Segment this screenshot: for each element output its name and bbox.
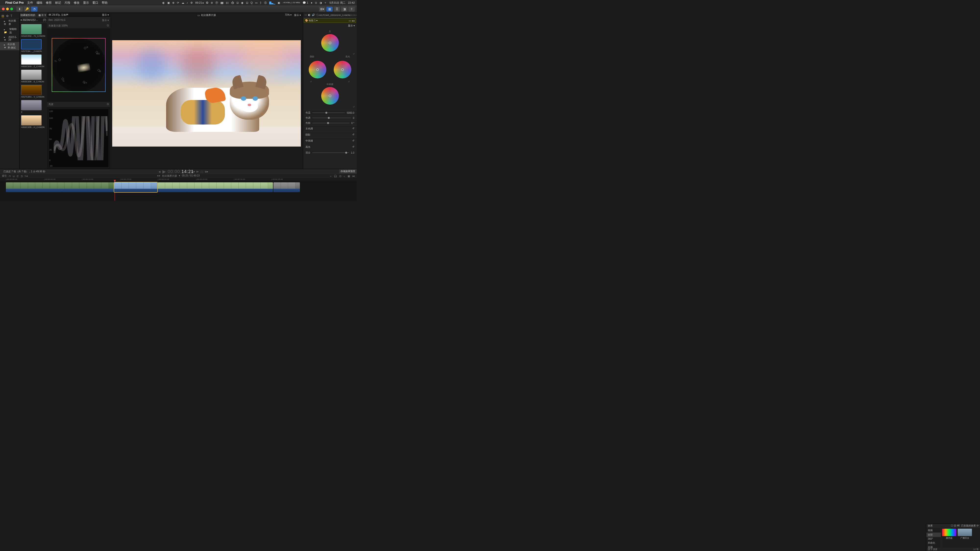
timeline-clip[interactable]: A003C938_220104I6_CANON: [274, 182, 300, 192]
color-wheel-shadows[interactable]: [309, 61, 326, 78]
color-wheel-midtones[interactable]: [321, 87, 339, 105]
browser-filter[interactable]: 隐藏被拒绝的: [21, 13, 35, 17]
window-minimize-button[interactable]: [6, 8, 9, 10]
timeline-ruler[interactable]: | 00:00:00:00| 00:00:05:00| 00:00:10:00|…: [0, 178, 357, 181]
color-wheel-master[interactable]: [321, 34, 339, 52]
section-label[interactable]: 阴影: [305, 133, 310, 137]
param-value[interactable]: 0: [353, 117, 354, 119]
browser-clip-thumbnail[interactable]: [21, 115, 41, 126]
menu-file[interactable]: 文件: [27, 1, 33, 5]
wheel-reset-icon[interactable]: ↺: [348, 80, 350, 83]
param-slider[interactable]: [312, 113, 345, 113]
wheel-reset-icon[interactable]: ↺: [310, 80, 312, 83]
tool-icon[interactable]: ⬚: [200, 170, 203, 173]
section-reset-icon[interactable]: ↺: [352, 127, 354, 131]
wechat-icon[interactable]: 💬 1: [302, 1, 308, 5]
bg-tasks-button[interactable]: ◔: [31, 6, 38, 11]
menubar-time[interactable]: 22:42: [348, 1, 355, 4]
status-icon[interactable]: ▮▮: [221, 1, 223, 5]
viewer-canvas[interactable]: [110, 18, 303, 169]
scope-settings-icon[interactable]: ⊡: [107, 103, 109, 106]
tl-tool-icon[interactable]: ⊓: [9, 175, 11, 177]
status-icon[interactable]: ⚙: [190, 1, 193, 5]
color-corrector-selector[interactable]: 🎨 色轮 1 ▾ ▭ ◂ ▸: [304, 18, 356, 23]
inspector-show-menu[interactable]: 显示 ▾: [303, 24, 357, 28]
timeline-tracks[interactable]: A012C832_2203027J_CANONA017C945_220101HH…: [0, 181, 357, 201]
status-icon[interactable]: Q: [251, 1, 253, 4]
sidebar-event[interactable]: ▸ ★ 2022-5-29: [0, 35, 19, 42]
save-effect-preset-button[interactable]: 存储效果预置: [339, 169, 357, 174]
section-reset-icon[interactable]: ↺: [352, 145, 354, 149]
status-icon[interactable]: ✪: [206, 1, 208, 5]
status-icon[interactable]: ◉: [241, 1, 243, 5]
timeline-timecode[interactable]: ▶ 00:00:14:21: [162, 169, 194, 174]
layout-browser-button[interactable]: ▦: [326, 6, 333, 11]
status-icon[interactable]: Ⓟ: [215, 1, 218, 5]
timeline-history-icon[interactable]: ◂ ▸: [157, 174, 160, 178]
menu-mark[interactable]: 标记: [55, 1, 61, 5]
tl-skimming-icon[interactable]: ⟐: [330, 175, 331, 177]
wifi-icon[interactable]: ᯤ: [325, 1, 327, 4]
share-button[interactable]: ⇧: [348, 6, 355, 11]
status-icon[interactable]: ♪: [187, 1, 188, 4]
photos-tab-icon[interactable]: ✿: [6, 14, 9, 18]
window-close-button[interactable]: [2, 8, 5, 10]
app-menu[interactable]: Final Cut Pro: [5, 1, 24, 5]
status-icon[interactable]: ⊚: [211, 1, 213, 5]
scope-show-menu[interactable]: 显示 ▾: [102, 19, 109, 22]
battery-status[interactable]: 89:21 ◂: [195, 1, 204, 5]
scopes-show-menu[interactable]: 显示 ▾: [102, 13, 109, 17]
status-icon[interactable]: ◑: [320, 1, 322, 5]
library-name[interactable]: ▸ ⊞ 杜比视界: [0, 18, 19, 27]
browser-view-icons[interactable]: ▦ ☰ ⚲: [38, 14, 46, 16]
tl-tool-icon[interactable]: ⊏: [17, 175, 19, 177]
timeline-clip[interactable]: A012C832_2203027J_CANON: [6, 182, 114, 192]
bluetooth-icon[interactable]: ᛒ: [260, 1, 262, 4]
timeline-clip[interactable]: A017C945_220101HH_CANON: [114, 182, 157, 192]
tl-snap-icon[interactable]: ⌕: [344, 175, 345, 177]
corrector-nav-icons[interactable]: ▭ ◂ ▸: [348, 19, 355, 22]
menu-modify[interactable]: 修改: [74, 1, 80, 5]
browser-clip-thumbnail[interactable]: [21, 85, 41, 95]
menubar-date[interactable]: 5月31日 周二: [329, 1, 345, 5]
sidebar-smart-collection[interactable]: ▸ 📁 智能精选: [0, 27, 19, 35]
param-value[interactable]: 5000.0: [347, 111, 354, 114]
layout-inspector-button[interactable]: ◨: [341, 6, 347, 11]
browser-clip-thumbnail[interactable]: [21, 70, 41, 80]
tl-effects-icon[interactable]: ▦: [348, 175, 350, 177]
menu-view[interactable]: 显示: [83, 1, 89, 5]
section-reset-icon[interactable]: ↺: [352, 133, 354, 137]
viewer-zoom[interactable]: 71% ▾: [285, 13, 291, 17]
window-maximize-button[interactable]: [10, 8, 13, 10]
timeline-clip[interactable]: A002C919_220104SZ_CANON: [158, 182, 273, 192]
timeline-index-button[interactable]: 索引: [2, 174, 7, 178]
tl-tool-select-icon[interactable]: ↖▾: [24, 175, 28, 177]
browser-clip-thumbnail[interactable]: [21, 24, 41, 34]
browser-event-title[interactable]: ▾ 2022年5月2…: [21, 18, 38, 22]
play-forward-icon[interactable]: ⏸: [196, 170, 198, 173]
status-icon[interactable]: ◐: [162, 1, 165, 5]
param-mix-slider[interactable]: [312, 153, 349, 153]
status-icon[interactable]: ⟳: [177, 1, 179, 5]
status-icon[interactable]: Ⓢ: [264, 1, 267, 5]
tool-icon[interactable]: ⊚▾: [205, 170, 208, 173]
status-icon[interactable]: ⊡: [236, 1, 239, 5]
status-icon[interactable]: ⊙: [315, 1, 317, 5]
status-icon[interactable]: ⫿⫿: [226, 1, 229, 4]
section-label[interactable]: 高光: [305, 145, 310, 149]
inspector-video-tab-icon[interactable]: ▭: [304, 13, 307, 17]
color-wheel-highlights[interactable]: [334, 61, 351, 78]
sidebar-event-selected[interactable]: ▸ ★ 杜比视界-测试: [0, 42, 19, 50]
menu-help[interactable]: 帮助: [102, 1, 108, 5]
param-slider[interactable]: [312, 118, 351, 118]
wheel-reset-icon[interactable]: ↺: [305, 53, 355, 55]
param-value[interactable]: 0 °: [351, 122, 354, 124]
library-tab-icon[interactable]: ▤: [2, 14, 4, 18]
tl-tool-icon[interactable]: ⊐: [21, 175, 22, 177]
scope-settings-icon[interactable]: ⊡: [107, 24, 109, 27]
menu-window[interactable]: 窗口: [92, 1, 98, 5]
status-meter[interactable]: ▇▃▁: [269, 1, 275, 5]
browser-clip-thumbnail[interactable]: [21, 39, 41, 49]
tl-tool-icon[interactable]: ⊔: [13, 175, 15, 177]
param-slider[interactable]: [312, 123, 349, 123]
